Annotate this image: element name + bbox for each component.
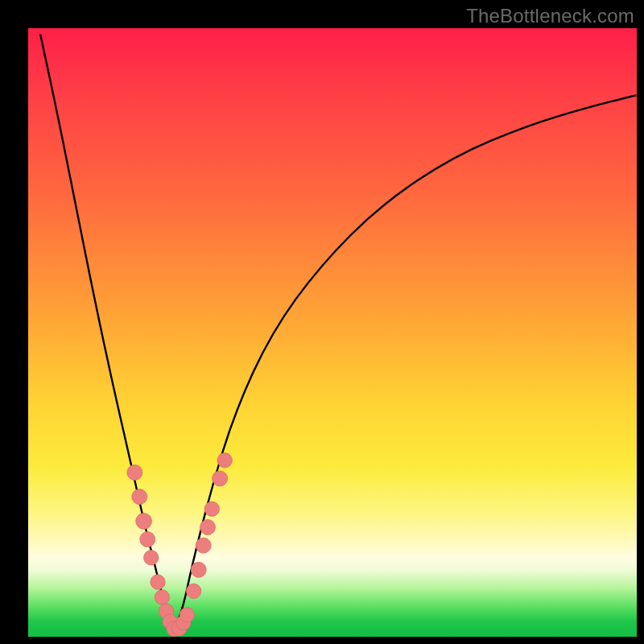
data-marker <box>217 453 232 468</box>
data-marker <box>144 551 159 565</box>
plot-area <box>28 28 637 637</box>
data-marker <box>140 532 155 547</box>
data-marker <box>155 590 169 605</box>
data-marker <box>200 519 216 535</box>
bottleneck-curve <box>40 35 637 625</box>
outer-frame: TheBottleneck.com <box>0 0 644 644</box>
data-marker <box>191 562 206 577</box>
data-marker <box>132 489 147 505</box>
data-marker <box>204 502 219 516</box>
data-marker <box>136 514 152 530</box>
data-marker <box>127 464 142 480</box>
marker-group <box>127 453 233 637</box>
data-marker <box>180 608 194 622</box>
data-marker <box>186 584 200 598</box>
data-marker <box>196 538 211 553</box>
data-marker <box>213 471 228 486</box>
data-marker <box>151 575 165 589</box>
watermark-text: TheBottleneck.com <box>466 5 634 27</box>
chart-svg <box>28 28 637 637</box>
